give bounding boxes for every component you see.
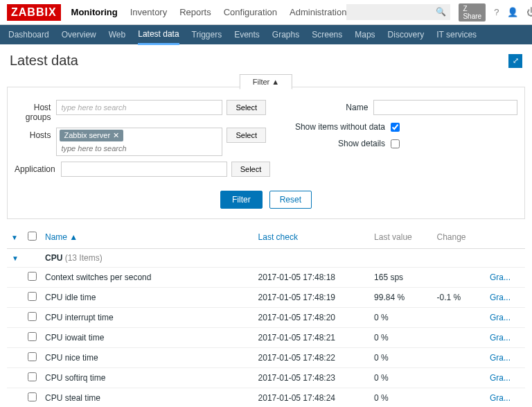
- item-last-check: 2017-01-05 17:48:21: [254, 328, 370, 348]
- graph-link[interactable]: Gra...: [486, 328, 525, 348]
- host-groups-select-button[interactable]: Select: [227, 100, 266, 115]
- table-row: CPU idle time 2017-01-05 17:48:19 99.84 …: [7, 288, 525, 308]
- subnav-discovery[interactable]: Discovery: [388, 26, 425, 44]
- subnav-it-services[interactable]: IT services: [436, 26, 477, 44]
- topnav-configuration[interactable]: Configuration: [224, 7, 277, 17]
- expand-all-icon[interactable]: ▼: [11, 234, 18, 241]
- data-table: ▼ Name ▲ Last check Last value Change ▼ …: [7, 226, 525, 407]
- row-checkbox[interactable]: [28, 292, 37, 301]
- item-last-value: 0 %: [370, 328, 432, 348]
- item-last-check: 2017-01-05 17:48:23: [254, 368, 370, 388]
- table-row: CPU softirq time 2017-01-05 17:48:23 0 %…: [7, 368, 525, 388]
- search-icon[interactable]: 🔍: [436, 7, 446, 17]
- item-name: CPU steal time: [41, 388, 254, 408]
- topnav-reports[interactable]: Reports: [179, 7, 211, 17]
- application-input[interactable]: [61, 162, 227, 177]
- hosts-select-button[interactable]: Select: [227, 128, 266, 143]
- subnav-events[interactable]: Events: [234, 26, 260, 44]
- item-name: CPU iowait time: [41, 328, 254, 348]
- help-icon[interactable]: ?: [494, 7, 499, 17]
- show-without-data-label: Show items without data: [266, 122, 391, 132]
- show-details-label: Show details: [266, 139, 391, 148]
- item-last-check: 2017-01-05 17:48:20: [254, 308, 370, 328]
- row-checkbox[interactable]: [28, 392, 37, 401]
- graph-link[interactable]: Gra...: [486, 348, 525, 368]
- select-all-checkbox[interactable]: [28, 232, 37, 241]
- item-change: [433, 268, 486, 288]
- topnav-inventory[interactable]: Inventory: [130, 7, 167, 17]
- item-change: [433, 348, 486, 368]
- top-nav: MonitoringInventoryReportsConfigurationA…: [71, 7, 347, 17]
- item-change: [433, 388, 486, 408]
- hosts-tag: Zabbix server✕: [60, 130, 123, 141]
- row-checkbox[interactable]: [28, 312, 37, 321]
- remove-tag-icon[interactable]: ✕: [113, 131, 119, 139]
- col-last-value: Last value: [370, 226, 432, 249]
- topnav-monitoring[interactable]: Monitoring: [71, 7, 118, 17]
- row-checkbox[interactable]: [28, 272, 37, 281]
- host-groups-input[interactable]: [56, 100, 222, 115]
- user-icon[interactable]: 👤: [507, 7, 518, 17]
- item-last-check: 2017-01-05 17:48:19: [254, 288, 370, 308]
- filter-button[interactable]: Filter: [220, 191, 263, 209]
- subnav-triggers[interactable]: Triggers: [192, 26, 222, 44]
- table-row: CPU iowait time 2017-01-05 17:48:21 0 % …: [7, 328, 525, 348]
- graph-link[interactable]: Gra...: [486, 288, 525, 308]
- graph-link[interactable]: Gra...: [486, 308, 525, 328]
- col-name[interactable]: Name ▲: [41, 226, 254, 249]
- subnav-maps[interactable]: Maps: [355, 26, 375, 44]
- hosts-input-box[interactable]: Zabbix server✕: [56, 128, 222, 156]
- host-groups-label: Host groups: [15, 100, 56, 122]
- share-button[interactable]: Z Share: [459, 3, 486, 21]
- power-icon[interactable]: ⏻: [526, 7, 532, 17]
- graph-link[interactable]: Gra...: [486, 268, 525, 288]
- row-checkbox[interactable]: [28, 352, 37, 361]
- item-last-value: 0 %: [370, 308, 432, 328]
- group-count: (13 Items): [65, 253, 103, 263]
- table-row: CPU interrupt time 2017-01-05 17:48:20 0…: [7, 308, 525, 328]
- col-last-check[interactable]: Last check: [254, 226, 370, 249]
- collapse-group-icon[interactable]: ▼: [12, 254, 19, 262]
- item-change: [433, 368, 486, 388]
- graph-link[interactable]: Gra...: [486, 368, 525, 388]
- subnav-dashboard[interactable]: Dashboard: [8, 26, 49, 44]
- search-input[interactable]: [346, 4, 450, 20]
- subnav-overview[interactable]: Overview: [62, 26, 96, 44]
- filter-toggle[interactable]: Filter ▲: [240, 74, 292, 89]
- show-without-data-checkbox[interactable]: [391, 123, 400, 132]
- item-last-value: 0 %: [370, 388, 432, 408]
- item-change: -0.1 %: [433, 288, 486, 308]
- reset-button[interactable]: Reset: [269, 191, 312, 209]
- hosts-input[interactable]: [60, 143, 219, 154]
- item-last-value: 0 %: [370, 348, 432, 368]
- group-name: CPU: [45, 253, 62, 263]
- subnav-screens[interactable]: Screens: [312, 26, 342, 44]
- fullscreen-button[interactable]: ⤢: [508, 54, 522, 68]
- table-row: CPU steal time 2017-01-05 17:48:24 0 % G…: [7, 388, 525, 408]
- row-checkbox[interactable]: [28, 372, 37, 381]
- item-last-value: 165 sps: [370, 268, 432, 288]
- name-filter-label: Name: [266, 103, 373, 112]
- row-checkbox[interactable]: [28, 332, 37, 341]
- application-select-button[interactable]: Select: [231, 162, 271, 177]
- item-name: CPU interrupt time: [41, 308, 254, 328]
- topnav-administration[interactable]: Administration: [290, 7, 346, 17]
- item-name: Context switches per second: [41, 268, 254, 288]
- name-filter-input[interactable]: [373, 100, 517, 115]
- page-title: Latest data: [10, 53, 78, 69]
- item-change: [433, 308, 486, 328]
- logo[interactable]: ZABBIX: [7, 4, 61, 21]
- application-label: Application: [15, 162, 61, 174]
- subnav-latest-data[interactable]: Latest data: [138, 25, 179, 45]
- show-details-checkbox[interactable]: [391, 139, 400, 148]
- item-last-value: 99.84 %: [370, 288, 432, 308]
- subnav-graphs[interactable]: Graphs: [272, 26, 299, 44]
- col-change: Change: [433, 226, 486, 249]
- hosts-label: Hosts: [15, 128, 56, 140]
- graph-link[interactable]: Gra...: [486, 388, 525, 408]
- sub-nav: DashboardOverviewWebLatest dataTriggersE…: [0, 25, 532, 44]
- item-name: CPU softirq time: [41, 368, 254, 388]
- subnav-web[interactable]: Web: [109, 26, 125, 44]
- item-change: [433, 328, 486, 348]
- table-row: CPU nice time 2017-01-05 17:48:22 0 % Gr…: [7, 348, 525, 368]
